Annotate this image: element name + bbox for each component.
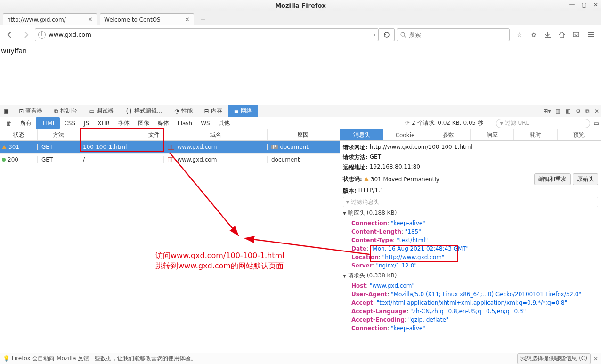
forward-button[interactable] — [19, 28, 33, 42]
response-headers-section[interactable]: ▼响应头 (0.188 KB) — [343, 207, 598, 219]
footer-choose-button[interactable]: 我想选择提供哪些信息 (C) — [517, 353, 591, 364]
page-content: wuyifan — [0, 44, 601, 105]
close-icon[interactable]: ✕ — [593, 1, 598, 8]
detail-tab-headers[interactable]: 消息头 — [340, 129, 383, 140]
request-row[interactable]: 301 GET 100-100-1.html 🔒⃠www.gxd.com JSd… — [0, 141, 340, 154]
header-line: Accept-Encoding: "gzip, deflate" — [343, 315, 598, 324]
tab-performance[interactable]: ◔性能 — [169, 105, 198, 117]
header-line: Content-Length: "185" — [343, 227, 598, 236]
tab-debugger[interactable]: ▭调试器 — [83, 105, 119, 117]
downloads-icon[interactable] — [543, 30, 553, 40]
devtools-split-icon[interactable]: ▥ — [555, 108, 560, 114]
footer-close-icon[interactable]: ✕ — [593, 356, 598, 362]
svg-rect-1 — [545, 37, 551, 38]
filter-media[interactable]: 媒体 — [154, 117, 173, 129]
maximize-icon[interactable]: ▢ — [582, 1, 587, 8]
raw-headers-button[interactable]: 原始头 — [573, 173, 598, 185]
request-headers-section[interactable]: ▼请求头 (0.338 KB) — [343, 270, 598, 282]
request-list-header: 状态 方法 文件 域名 原因 — [0, 129, 340, 141]
col-file[interactable]: 文件 — [79, 129, 164, 140]
network-filter-bar: 🗑 所有 HTML CSS JS XHR 字体 图像 媒体 Flash WS 其… — [0, 117, 601, 129]
tab-memory[interactable]: ⊟内存 — [199, 105, 228, 117]
tab-close-icon[interactable]: ✕ — [185, 16, 190, 23]
col-method[interactable]: 方法 — [38, 129, 79, 140]
detail-body: 请求网址:http://www.gxd.com/100-100-1.html 请… — [340, 141, 601, 353]
header-line: Accept: "text/html,application/xhtml+xml… — [343, 299, 598, 307]
home-icon[interactable] — [557, 30, 567, 40]
warning-icon — [2, 145, 7, 149]
tab-close-icon[interactable]: ✕ — [88, 16, 93, 23]
bookmark-icon[interactable]: ☆ — [514, 30, 525, 40]
window-title: Mozilla Firefox — [275, 2, 326, 9]
filter-font[interactable]: 字体 — [114, 117, 134, 129]
tab-label: http://www.gxd.com/ — [7, 16, 66, 23]
col-domain[interactable]: 域名 — [164, 129, 268, 140]
devtools-box-icon[interactable]: ▭ — [594, 120, 599, 127]
filter-headers-input[interactable]: ▾过滤消息头 — [343, 197, 598, 207]
devtools-dropdown-icon[interactable]: ▣ — [0, 105, 13, 117]
filter-html[interactable]: HTML — [36, 117, 60, 129]
browser-tab-2[interactable]: Welcome to CentOS ✕ — [100, 13, 194, 25]
detail-tab-cookies[interactable]: Cookie — [383, 129, 427, 140]
devtools-settings-icon[interactable]: ⚙ — [576, 108, 581, 114]
js-badge: JS — [271, 145, 278, 149]
header-line: Host: "www.gxd.com" — [343, 282, 598, 290]
ok-icon — [2, 158, 6, 162]
filter-image[interactable]: 图像 — [134, 117, 154, 129]
tab-label: Welcome to CentOS — [104, 16, 161, 23]
menu-button[interactable] — [584, 28, 598, 41]
filter-other[interactable]: 其他 — [214, 117, 234, 129]
network-summary: ⟳ 2 个请求, 0.02 KB, 0.05 秒 — [405, 119, 483, 127]
filter-js[interactable]: JS — [80, 117, 93, 129]
back-button[interactable] — [3, 28, 17, 42]
request-url: http://www.gxd.com/100-100-1.html — [370, 144, 472, 152]
col-cause[interactable]: 原因 — [268, 129, 338, 140]
header-line: Server: "nginx/1.12.0" — [343, 261, 598, 270]
detail-tab-response[interactable]: 响应 — [471, 129, 514, 140]
url-bar[interactable]: i → — [35, 28, 379, 41]
devtools-tabs: ▣ ⊡查看器 ⧉控制台 ▭调试器 {}样式编辑… ◔性能 ⊟内存 ≡网络 ⊞▾ … — [0, 105, 601, 117]
tab-network[interactable]: ≡网络 — [228, 105, 258, 117]
reload-button[interactable] — [379, 28, 395, 41]
lightbulb-icon: 💡 — [3, 355, 10, 362]
site-info-icon[interactable]: i — [38, 31, 46, 39]
devtools-close-icon[interactable]: ✕ — [594, 108, 599, 114]
go-icon[interactable]: → — [371, 32, 375, 38]
request-row[interactable]: 200 GET / 🔒⃠www.gxd.com document — [0, 154, 340, 166]
pocket-icon[interactable] — [571, 30, 581, 40]
header-line: User-Agent: "Mozilla/5.0 (X11; Linux x86… — [343, 290, 598, 299]
new-tab-button[interactable]: ＋ — [197, 15, 209, 25]
devtools-panel-icon[interactable]: ⊞▾ — [543, 108, 551, 114]
filter-flash[interactable]: Flash — [173, 117, 196, 129]
filter-url-input[interactable]: ▾ 过滤 URL — [496, 119, 590, 128]
clear-button[interactable]: 🗑 — [2, 117, 16, 129]
header-line: Connection: "keep-alive" — [343, 324, 598, 332]
browser-tab-1[interactable]: http://www.gxd.com/ ✕ — [3, 13, 97, 25]
nav-toolbar: i → ☆ ✿ — [0, 25, 601, 44]
tab-console[interactable]: ⧉控制台 — [49, 105, 83, 117]
tab-inspector[interactable]: ⊡查看器 — [13, 105, 49, 117]
insecure-icon: 🔒⃠ — [168, 144, 174, 150]
detail-tab-preview[interactable]: 预览 — [558, 129, 601, 140]
url-input[interactable] — [49, 31, 369, 38]
header-line: Location: "http://www.gxd.com" — [343, 253, 598, 261]
filter-all[interactable]: 所有 — [16, 117, 36, 129]
filter-css[interactable]: CSS — [60, 117, 80, 129]
insecure-icon: 🔒⃠ — [168, 156, 174, 163]
edit-resend-button[interactable]: 编辑和重发 — [534, 173, 571, 185]
devtools-popout-icon[interactable]: ⧉ — [585, 108, 590, 114]
detail-tab-params[interactable]: 参数 — [427, 129, 471, 140]
status-code: 301 Moved Permanently — [371, 176, 439, 183]
bookmark-menu-icon[interactable]: ✿ — [528, 30, 539, 40]
search-input[interactable] — [409, 31, 506, 38]
remote-address: 192.168.80.11:80 — [370, 163, 420, 171]
search-bar[interactable] — [397, 28, 510, 41]
devtools-dock-icon[interactable]: ◧ — [566, 108, 571, 114]
col-status[interactable]: 状态 — [0, 129, 38, 140]
minimize-icon[interactable]: — — [569, 1, 575, 8]
detail-tab-timings[interactable]: 耗时 — [514, 129, 557, 140]
filter-ws[interactable]: WS — [196, 117, 214, 129]
tab-style-editor[interactable]: {}样式编辑… — [120, 105, 169, 117]
header-line: Connection: "keep-alive" — [343, 219, 598, 227]
filter-xhr[interactable]: XHR — [93, 117, 114, 129]
